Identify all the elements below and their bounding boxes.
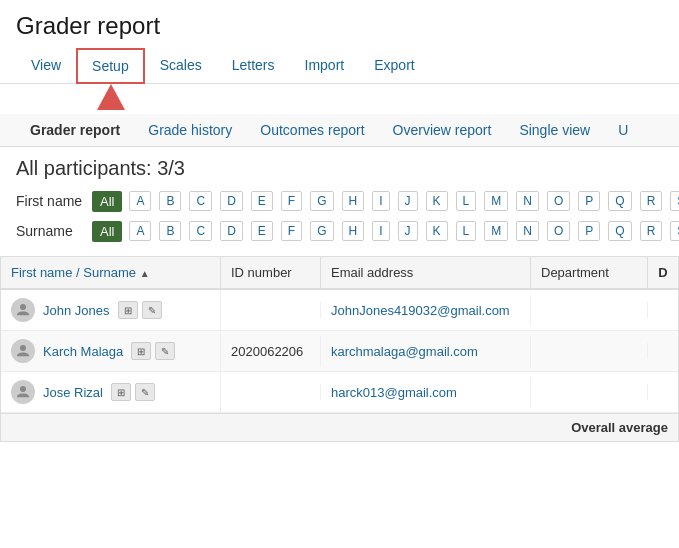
page-title: Grader report bbox=[0, 0, 679, 48]
firstname-letter-O[interactable]: O bbox=[547, 191, 570, 211]
firstname-letter-M[interactable]: M bbox=[484, 191, 508, 211]
firstname-letter-N[interactable]: N bbox=[516, 191, 539, 211]
subtab-grader-report[interactable]: Grader report bbox=[16, 114, 134, 146]
student-name-link[interactable]: Jose Rizal bbox=[43, 385, 103, 400]
table-header: First name / Surname ▲ ID number Email a… bbox=[1, 257, 678, 290]
tab-import[interactable]: Import bbox=[290, 48, 360, 84]
surname-letter-I[interactable]: I bbox=[372, 221, 389, 241]
surname-label: Surname bbox=[16, 223, 86, 239]
tab-letters[interactable]: Letters bbox=[217, 48, 290, 84]
tab-scales[interactable]: Scales bbox=[145, 48, 217, 84]
edit-icon[interactable]: ✎ bbox=[135, 383, 155, 401]
surname-letter-H[interactable]: H bbox=[342, 221, 365, 241]
firstname-letter-P[interactable]: P bbox=[578, 191, 600, 211]
sort-arrow-icon: ▲ bbox=[140, 268, 150, 279]
participants-heading: All participants: 3/3 bbox=[0, 147, 679, 186]
grade-icon[interactable]: ⊞ bbox=[118, 301, 138, 319]
svg-point-1 bbox=[20, 345, 26, 351]
overall-average-label: Overall average bbox=[571, 420, 668, 435]
nav-tabs: View Setup Scales Letters Import Export bbox=[0, 48, 679, 84]
cell-dept-jose-rizal bbox=[531, 384, 648, 400]
surname-letter-K[interactable]: K bbox=[426, 221, 448, 241]
firstname-letter-B[interactable]: B bbox=[159, 191, 181, 211]
firstname-letter-E[interactable]: E bbox=[251, 191, 273, 211]
firstname-letter-H[interactable]: H bbox=[342, 191, 365, 211]
firstname-letter-S[interactable]: S bbox=[670, 191, 679, 211]
firstname-letter-A[interactable]: A bbox=[129, 191, 151, 211]
tab-view[interactable]: View bbox=[16, 48, 76, 84]
cell-action-icons: ⊞ ✎ bbox=[118, 301, 162, 319]
tab-export[interactable]: Export bbox=[359, 48, 429, 84]
surname-all-button[interactable]: All bbox=[92, 221, 122, 242]
surname-letter-O[interactable]: O bbox=[547, 221, 570, 241]
surname-letter-E[interactable]: E bbox=[251, 221, 273, 241]
cell-name-john-jones: John Jones ⊞ ✎ bbox=[1, 290, 221, 330]
firstname-letter-R[interactable]: R bbox=[640, 191, 663, 211]
firstname-letter-I[interactable]: I bbox=[372, 191, 389, 211]
firstname-letter-C[interactable]: C bbox=[189, 191, 212, 211]
col-header-name: First name / Surname ▲ bbox=[1, 257, 221, 288]
firstname-letter-L[interactable]: L bbox=[456, 191, 477, 211]
grade-icon[interactable]: ⊞ bbox=[131, 342, 151, 360]
surname-letter-C[interactable]: C bbox=[189, 221, 212, 241]
subtab-single-view[interactable]: Single view bbox=[505, 114, 604, 146]
surname-letter-G[interactable]: G bbox=[310, 221, 333, 241]
avatar bbox=[11, 339, 35, 363]
table-row: John Jones ⊞ ✎ JohnJones419032@gmail.com bbox=[1, 290, 678, 331]
firstname-letter-D[interactable]: D bbox=[220, 191, 243, 211]
surname-letter-A[interactable]: A bbox=[129, 221, 151, 241]
subtab-u[interactable]: U bbox=[604, 114, 642, 146]
cell-dept-john-jones bbox=[531, 302, 648, 318]
cell-d-karch-malaga bbox=[648, 343, 678, 359]
surname-letter-D[interactable]: D bbox=[220, 221, 243, 241]
col-header-id: ID number bbox=[221, 257, 321, 288]
cell-id-karch-malaga: 2020062206 bbox=[221, 336, 321, 367]
cell-name-karch-malaga: Karch Malaga ⊞ ✎ bbox=[1, 331, 221, 371]
firstname-letter-G[interactable]: G bbox=[310, 191, 333, 211]
surname-letter-R[interactable]: R bbox=[640, 221, 663, 241]
student-name-link[interactable]: Karch Malaga bbox=[43, 344, 123, 359]
avatar bbox=[11, 380, 35, 404]
surname-letter-S[interactable]: S bbox=[670, 221, 679, 241]
cell-dept-karch-malaga bbox=[531, 343, 648, 359]
cell-d-john-jones bbox=[648, 302, 678, 318]
subtab-grade-history[interactable]: Grade history bbox=[134, 114, 246, 146]
overall-average-row: Overall average bbox=[1, 413, 678, 441]
cell-email-jose-rizal[interactable]: harck013@gmail.com bbox=[321, 377, 531, 408]
setup-arrow bbox=[97, 84, 125, 110]
col-header-email: Email address bbox=[321, 257, 531, 288]
firstname-filter-row: First name All A B C D E F G H I J K L M… bbox=[0, 186, 679, 216]
surname-letter-L[interactable]: L bbox=[456, 221, 477, 241]
cell-d-jose-rizal bbox=[648, 384, 678, 400]
edit-icon[interactable]: ✎ bbox=[155, 342, 175, 360]
cell-id-jose-rizal bbox=[221, 384, 321, 400]
grade-table: First name / Surname ▲ ID number Email a… bbox=[0, 256, 679, 442]
surname-filter-row: Surname All A B C D E F G H I J K L M N … bbox=[0, 216, 679, 246]
firstname-label: First name bbox=[16, 193, 86, 209]
col-header-department: Department bbox=[531, 257, 648, 288]
firstname-letter-J[interactable]: J bbox=[398, 191, 418, 211]
svg-point-2 bbox=[20, 386, 26, 392]
cell-email-karch-malaga[interactable]: karchmalaga@gmail.com bbox=[321, 336, 531, 367]
surname-letter-J[interactable]: J bbox=[398, 221, 418, 241]
surname-letter-N[interactable]: N bbox=[516, 221, 539, 241]
cell-id-john-jones bbox=[221, 302, 321, 318]
edit-icon[interactable]: ✎ bbox=[142, 301, 162, 319]
subtab-overview-report[interactable]: Overview report bbox=[379, 114, 506, 146]
surname-letter-B[interactable]: B bbox=[159, 221, 181, 241]
surname-letter-M[interactable]: M bbox=[484, 221, 508, 241]
firstname-letter-Q[interactable]: Q bbox=[608, 191, 631, 211]
surname-letter-Q[interactable]: Q bbox=[608, 221, 631, 241]
firstname-letter-K[interactable]: K bbox=[426, 191, 448, 211]
surname-letter-F[interactable]: F bbox=[281, 221, 302, 241]
table-row: Jose Rizal ⊞ ✎ harck013@gmail.com bbox=[1, 372, 678, 413]
subtab-outcomes-report[interactable]: Outcomes report bbox=[246, 114, 378, 146]
student-name-link[interactable]: John Jones bbox=[43, 303, 110, 318]
avatar bbox=[11, 298, 35, 322]
firstname-all-button[interactable]: All bbox=[92, 191, 122, 212]
tab-setup[interactable]: Setup bbox=[76, 48, 145, 84]
grade-icon[interactable]: ⊞ bbox=[111, 383, 131, 401]
firstname-letter-F[interactable]: F bbox=[281, 191, 302, 211]
surname-letter-P[interactable]: P bbox=[578, 221, 600, 241]
cell-email-john-jones[interactable]: JohnJones419032@gmail.com bbox=[321, 295, 531, 326]
